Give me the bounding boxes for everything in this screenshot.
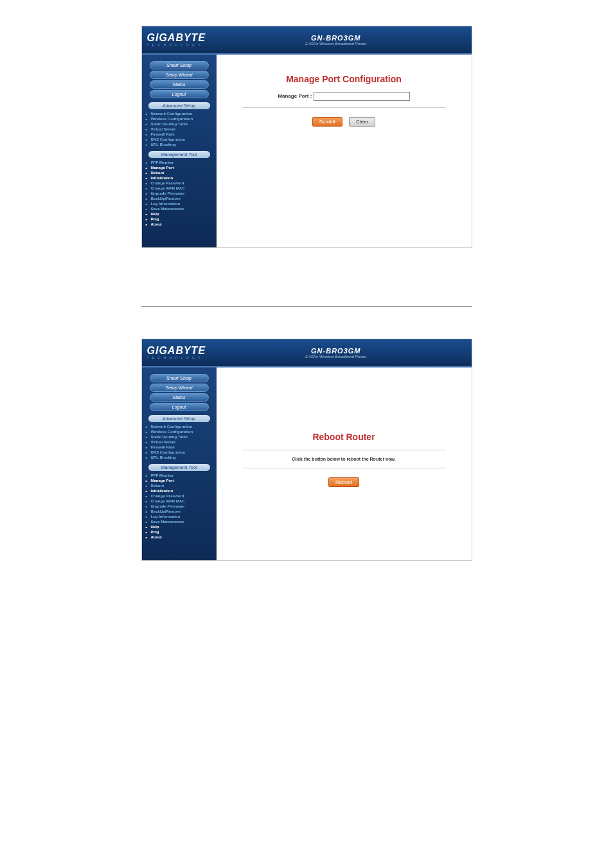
nav-wireless-config-2[interactable]: Wireless Configuration bbox=[145, 429, 214, 434]
manage-port-label: Manage Port : bbox=[278, 93, 312, 99]
header-product-2: GN-BRO3GM 2.4GHz Wireless Broadband Rout… bbox=[206, 347, 466, 359]
main-content: Manage Port Configuration Manage Port : … bbox=[217, 55, 472, 247]
reboot-button[interactable]: Reboot bbox=[328, 477, 359, 487]
nav-log-information-2[interactable]: Log Information bbox=[145, 514, 214, 519]
nav-setup-wizard[interactable]: Setup Wizard bbox=[150, 71, 209, 79]
nav-virtual-server-2[interactable]: Virtual Server bbox=[145, 439, 214, 445]
page-title: Manage Port Configuration bbox=[229, 74, 459, 84]
nav-static-routing-2[interactable]: Static Routing Table bbox=[145, 434, 214, 439]
management-tool-header: Management Tool bbox=[148, 151, 210, 158]
advanced-setup-header-2: Advanced Setup bbox=[148, 415, 210, 422]
brand-logo: GIGABYTE T E C H N O L O G Y bbox=[147, 33, 206, 47]
brand-tagline: T E C H N O L O G Y bbox=[147, 43, 206, 47]
nav-status-2[interactable]: Status bbox=[150, 393, 209, 402]
nav-change-password[interactable]: Change Password bbox=[145, 181, 214, 186]
nav-wireless-config[interactable]: Wireless Configuration bbox=[145, 116, 214, 121]
nav-ping[interactable]: Ping bbox=[145, 217, 214, 222]
nav-initialization[interactable]: Initialization bbox=[145, 175, 214, 181]
nav-smart-setup[interactable]: Smart Setup bbox=[150, 61, 209, 69]
page-separator bbox=[141, 306, 472, 306]
nav-setup-wizard-2[interactable]: Setup Wizard bbox=[150, 384, 209, 392]
nav-network-config[interactable]: Network Configuration bbox=[145, 111, 214, 116]
divider-top-2 bbox=[242, 450, 446, 450]
nav-log-information[interactable]: Log Information bbox=[145, 201, 214, 206]
nav-about[interactable]: About bbox=[145, 222, 214, 227]
nav-url-blocking[interactable]: URL Blocking bbox=[145, 142, 214, 147]
product-subtitle-2: 2.4GHz Wireless Broadband Router bbox=[206, 355, 466, 359]
brand-logo-2: GIGABYTE T E C H N O L O G Y bbox=[147, 346, 206, 360]
nav-backup-restore-2[interactable]: BackUp/Restore bbox=[145, 509, 214, 514]
manage-port-input[interactable] bbox=[314, 92, 410, 101]
reboot-subtitle: Click the button below to reboot the Rou… bbox=[229, 457, 459, 461]
manage-port-row: Manage Port : bbox=[229, 92, 459, 101]
nav-change-wan-mac[interactable]: Change WAN MAC bbox=[145, 186, 214, 191]
main-content-2: Reboot Router Click the button below to … bbox=[217, 368, 472, 560]
product-model: GN-BRO3GM bbox=[206, 34, 466, 42]
nav-dns-config-2[interactable]: DNS Configuration bbox=[145, 450, 214, 455]
nav-about-2[interactable]: About bbox=[145, 535, 214, 540]
nav-upgrade-firmware[interactable]: Upgrade Firmware bbox=[145, 191, 214, 196]
nav-change-password-2[interactable]: Change Password bbox=[145, 493, 214, 499]
page-title-2: Reboot Router bbox=[229, 432, 459, 442]
sidebar: Smart Setup Setup Wizard Status Logout A… bbox=[142, 55, 217, 247]
product-subtitle: 2.4GHz Wireless Broadband Router bbox=[206, 42, 466, 46]
nav-change-wan-mac-2[interactable]: Change WAN MAC bbox=[145, 499, 214, 504]
header-bar-2: GIGABYTE T E C H N O L O G Y GN-BRO3GM 2… bbox=[142, 339, 472, 368]
nav-status[interactable]: Status bbox=[150, 80, 209, 89]
nav-backup-restore[interactable]: BackUp/Restore bbox=[145, 196, 214, 201]
nav-help[interactable]: Help bbox=[145, 211, 214, 217]
nav-ppp-monitor[interactable]: PPP Monitor bbox=[145, 160, 214, 165]
clear-button[interactable]: Clear bbox=[349, 117, 375, 127]
nav-logout-2[interactable]: Logout bbox=[150, 403, 209, 411]
nav-manage-port-2[interactable]: Manage Port bbox=[145, 478, 214, 483]
brand-name-2: GIGABYTE bbox=[147, 346, 206, 356]
nav-firewall-rule-2[interactable]: Firewall Rule bbox=[145, 445, 214, 450]
nav-reboot[interactable]: Reboot bbox=[145, 170, 214, 175]
router-ui-frame: GIGABYTE T E C H N O L O G Y GN-BRO3GM 2… bbox=[141, 26, 472, 248]
screenshot-manage-port: GIGABYTE T E C H N O L O G Y GN-BRO3GM 2… bbox=[141, 26, 472, 248]
nav-initialization-2[interactable]: Initialization bbox=[145, 488, 214, 493]
advanced-setup-header: Advanced Setup bbox=[148, 102, 210, 109]
nav-firewall-rule[interactable]: Firewall Rule bbox=[145, 132, 214, 137]
nav-manage-port[interactable]: Manage Port bbox=[145, 165, 214, 170]
nav-logout[interactable]: Logout bbox=[150, 90, 209, 98]
nav-save-maintenance-2[interactable]: Save Maintenance bbox=[145, 519, 214, 524]
button-row-2: Reboot bbox=[229, 475, 459, 487]
button-row: Sumbit Clear bbox=[229, 114, 459, 127]
nav-network-config-2[interactable]: Network Configuration bbox=[145, 424, 214, 429]
nav-help-2[interactable]: Help bbox=[145, 524, 214, 529]
nav-ppp-monitor-2[interactable]: PPP Monitor bbox=[145, 473, 214, 478]
brand-tagline-2: T E C H N O L O G Y bbox=[147, 356, 206, 360]
management-tool-header-2: Management Tool bbox=[148, 464, 210, 471]
brand-name: GIGABYTE bbox=[147, 33, 206, 43]
body-row: Smart Setup Setup Wizard Status Logout A… bbox=[142, 55, 472, 247]
body-row-2: Smart Setup Setup Wizard Status Logout A… bbox=[142, 368, 472, 560]
screenshot-reboot: GIGABYTE T E C H N O L O G Y GN-BRO3GM 2… bbox=[141, 339, 472, 561]
nav-url-blocking-2[interactable]: URL Blocking bbox=[145, 455, 214, 460]
nav-smart-setup-2[interactable]: Smart Setup bbox=[150, 374, 209, 382]
nav-dns-config[interactable]: DNS Configuration bbox=[145, 137, 214, 142]
nav-ping-2[interactable]: Ping bbox=[145, 529, 214, 535]
nav-virtual-server[interactable]: Virtual Server bbox=[145, 127, 214, 132]
divider bbox=[242, 107, 446, 108]
sidebar-2: Smart Setup Setup Wizard Status Logout A… bbox=[142, 368, 217, 560]
submit-button[interactable]: Sumbit bbox=[312, 117, 342, 127]
nav-reboot-2[interactable]: Reboot bbox=[145, 483, 214, 488]
header-bar: GIGABYTE T E C H N O L O G Y GN-BRO3GM 2… bbox=[142, 26, 472, 55]
divider-bottom-2 bbox=[242, 468, 446, 468]
nav-upgrade-firmware-2[interactable]: Upgrade Firmware bbox=[145, 504, 214, 509]
header-product: GN-BRO3GM 2.4GHz Wireless Broadband Rout… bbox=[206, 34, 466, 46]
product-model-2: GN-BRO3GM bbox=[206, 347, 466, 355]
nav-static-routing[interactable]: Static Routing Table bbox=[145, 121, 214, 127]
nav-save-maintenance[interactable]: Save Maintenance bbox=[145, 206, 214, 211]
router-ui-frame-2: GIGABYTE T E C H N O L O G Y GN-BRO3GM 2… bbox=[141, 339, 472, 561]
